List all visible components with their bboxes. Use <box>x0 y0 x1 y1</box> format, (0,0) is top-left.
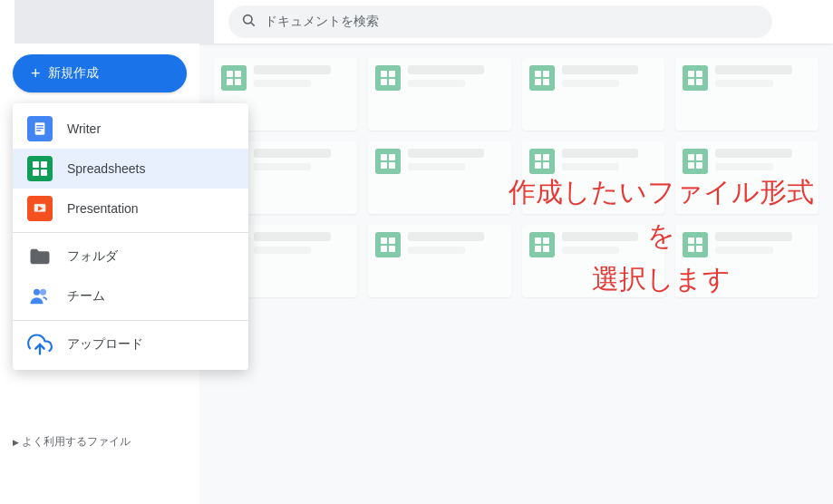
grid-item-text <box>715 232 811 254</box>
grid-item-icon <box>529 232 555 257</box>
grid-item-text <box>408 149 504 170</box>
svg-rect-4 <box>36 128 44 129</box>
svg-rect-5 <box>36 130 41 131</box>
search-icon <box>241 13 256 31</box>
svg-point-10 <box>40 289 46 296</box>
menu-item-presentation[interactable]: Presentation <box>13 189 248 228</box>
grid-item[interactable] <box>368 58 511 131</box>
presentation-label: Presentation <box>67 201 139 216</box>
grid-item-icon <box>375 149 401 174</box>
grid-item[interactable] <box>675 58 818 131</box>
menu-item-spreadsheets[interactable]: Spreadsheets <box>13 149 248 189</box>
writer-label: Writer <box>67 121 101 136</box>
file-grid <box>214 58 818 297</box>
grid-item-icon <box>529 65 555 91</box>
grid-item-text <box>715 65 811 87</box>
grid-item-text <box>562 232 658 254</box>
menu-divider-1 <box>13 232 248 233</box>
svg-line-1 <box>251 23 255 26</box>
grid-item[interactable] <box>522 141 665 214</box>
grid-item-text <box>254 149 350 170</box>
grid-item-icon <box>683 149 708 174</box>
grid-item[interactable] <box>675 141 818 214</box>
grid-item-icon <box>375 232 401 257</box>
new-create-button[interactable]: + 新規作成 <box>13 54 187 92</box>
folder-icon <box>27 244 53 269</box>
svg-point-9 <box>34 289 40 296</box>
svg-rect-3 <box>36 125 44 126</box>
new-button-label: 新規作成 <box>48 65 99 82</box>
grid-item-icon <box>529 149 555 174</box>
plus-icon: + <box>31 64 41 83</box>
top-bar: ドキュメントを検索 <box>0 0 833 44</box>
grid-item-icon <box>221 65 247 91</box>
search-bar[interactable]: ドキュメントを検索 <box>228 5 772 38</box>
grid-item[interactable] <box>368 225 511 297</box>
grid-item-text <box>562 149 658 170</box>
team-label: チーム <box>67 288 105 305</box>
top-bar-left <box>15 0 214 44</box>
menu-item-team[interactable]: チーム <box>13 276 248 316</box>
grid-item-icon <box>683 65 708 91</box>
upload-icon <box>27 332 53 357</box>
main-content: 作成したいファイル形式を 選択します <box>199 44 833 504</box>
search-placeholder: ドキュメントを検索 <box>265 14 379 30</box>
grid-item-text <box>562 65 658 87</box>
grid-item[interactable] <box>675 225 818 297</box>
grid-item-icon <box>683 232 708 257</box>
menu-item-upload[interactable]: アップロード <box>13 325 248 364</box>
svg-point-0 <box>244 15 252 24</box>
upload-label: アップロード <box>67 336 143 353</box>
grid-item-text <box>254 65 350 87</box>
menu-divider-2 <box>13 320 248 321</box>
presentation-icon <box>27 196 53 221</box>
dropdown-menu: Writer Spreadsheets Presentation <box>13 103 248 370</box>
grid-item-text <box>408 232 504 254</box>
grid-item-text <box>254 232 350 254</box>
spreadsheets-icon <box>27 156 53 181</box>
sidebar: + 新規作成 Writer Spreadsheets <box>0 44 199 504</box>
grid-item[interactable] <box>368 141 511 214</box>
grid-item-icon <box>375 65 401 91</box>
grid-item[interactable] <box>522 225 665 297</box>
team-icon <box>27 284 53 309</box>
spreadsheets-label: Spreadsheets <box>67 161 145 176</box>
grid-item[interactable] <box>522 58 665 131</box>
writer-icon <box>27 116 53 141</box>
menu-item-writer[interactable]: Writer <box>13 109 248 149</box>
frequent-files-link[interactable]: よく利用するファイル <box>13 434 131 450</box>
grid-item-text <box>408 65 504 87</box>
grid-item-text <box>715 149 811 170</box>
folder-label: フォルダ <box>67 248 118 265</box>
menu-item-folder[interactable]: フォルダ <box>13 237 248 276</box>
